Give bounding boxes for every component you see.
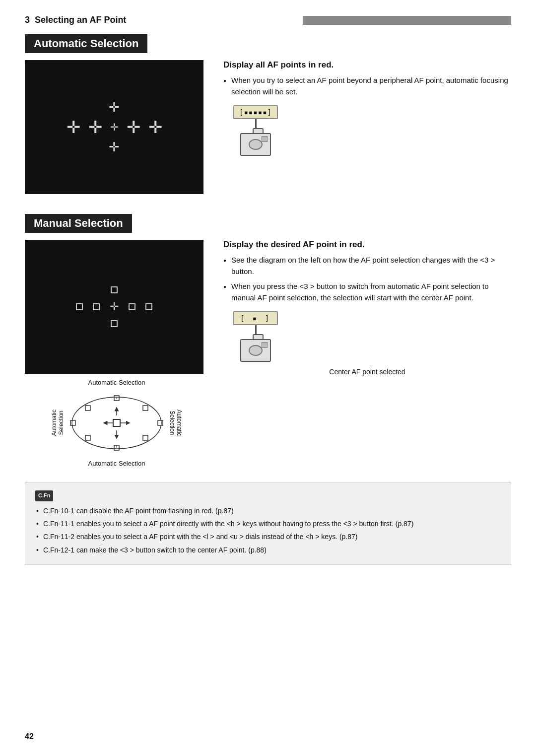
af-row-top: ✛: [109, 101, 120, 114]
automatic-display-title: Display all AF points in red.: [223, 60, 511, 70]
cfn-list: C.Fn-10-1 can disable the AF point from …: [35, 505, 501, 556]
camera-body-box-manual: [240, 339, 271, 362]
diagram-wrap: Automatic Selection AutomaticSelection: [25, 379, 208, 467]
manual-lcd-display-wrap: [ ▪ ]: [233, 311, 278, 362]
section-header: 3 Selecting an AF Point: [25, 15, 511, 25]
manual-bullet-list: See the diagram on the left on how the A…: [223, 255, 511, 303]
manual-lcd-group: [ ▪ ]: [233, 311, 511, 362]
center-af-label: Center AF point selected: [223, 368, 511, 376]
manual-lcd-display: [ ▪ ]: [233, 311, 278, 325]
camera-body-box: [240, 133, 271, 156]
camera-lens-manual: [249, 345, 263, 356]
page-number: 42: [25, 732, 34, 741]
diagram-top-label: Automatic Selection: [88, 379, 145, 386]
manual-af-center-left: [93, 303, 100, 310]
automatic-lcd-display: [▪▪▪▪▪]: [233, 105, 278, 119]
manual-af-center-right: [129, 303, 135, 310]
svg-rect-10: [85, 406, 90, 411]
camera-body-manual: [240, 334, 271, 362]
svg-rect-9: [158, 420, 163, 425]
manual-viewfinder: ✛: [25, 240, 203, 374]
page: 3 Selecting an AF Point Automatic Select…: [0, 0, 536, 585]
automatic-left-col: ✛ ✛ ✛ ✛ ✛ ✛ ✛: [25, 60, 208, 199]
diagram-right-label: AutomaticSelection: [169, 410, 183, 436]
diagram-left-label: AutomaticSelection: [51, 410, 65, 436]
af-mid-right: ✛: [148, 119, 162, 136]
automatic-viewfinder-inner: ✛ ✛ ✛ ✛ ✛ ✛ ✛: [26, 62, 202, 193]
automatic-lcd-group: [▪▪▪▪▪]: [233, 105, 511, 156]
cfn-item-2: C.Fn-11-1 enables you to select a AF poi…: [35, 518, 501, 529]
cfn-badge: C.Fn: [35, 490, 53, 501]
header-bar: [303, 16, 511, 25]
automatic-selection-block: Automatic Selection ✛ ✛ ✛: [25, 34, 511, 199]
manual-af-left: [76, 303, 83, 310]
automatic-selection-label: Automatic Selection: [25, 34, 147, 53]
svg-rect-1: [113, 419, 120, 426]
automatic-bullet-list: When you try to select an AF point beyon…: [223, 75, 511, 97]
automatic-bullet-1: When you try to select an AF point beyon…: [223, 75, 511, 97]
manual-bullet-1: See the diagram on the left on how the A…: [223, 255, 511, 277]
svg-rect-12: [85, 435, 90, 440]
svg-rect-8: [70, 420, 75, 425]
camera-screen-manual: [262, 342, 268, 348]
camera-lens: [249, 139, 263, 150]
manual-selection-label: Manual Selection: [25, 214, 132, 233]
af-row-bottom: ✛: [109, 140, 120, 153]
diagram-bottom-label: Automatic Selection: [88, 460, 145, 467]
svg-rect-11: [143, 406, 148, 411]
svg-point-0: [72, 397, 161, 449]
manual-selection-block: Manual Selection ✛: [25, 214, 511, 467]
svg-rect-13: [143, 435, 148, 440]
cfn-item-3: C.Fn-11-2 enables you to select a AF poi…: [35, 531, 501, 542]
manual-af-row-top: [111, 286, 118, 293]
af-top-center: ✛: [109, 101, 120, 114]
af-diagram-svg: [65, 388, 169, 458]
camera-prism-manual: [253, 334, 264, 339]
af-mid-left: ✛: [67, 119, 80, 136]
automatic-section-row: ✛ ✛ ✛ ✛ ✛ ✛ ✛: [25, 60, 511, 199]
camera-screen: [262, 136, 268, 142]
manual-af-top: [111, 286, 118, 293]
manual-display-title: Display the desired AF point in red.: [223, 240, 511, 250]
diagram-side-wrap: AutomaticSelection: [51, 388, 183, 458]
camera-body-auto: [240, 128, 271, 156]
manual-af-bottom: [111, 320, 118, 327]
manual-af-center: ✛: [110, 300, 119, 313]
manual-af-right: [145, 303, 152, 310]
manual-viewfinder-inner: ✛: [26, 241, 202, 372]
manual-af-row-mid: ✛: [76, 300, 152, 313]
af-manual-pattern: ✛: [76, 286, 152, 327]
manual-section-row: ✛ Automatic Selection: [25, 240, 511, 467]
af-mid-center: ✛: [110, 122, 119, 132]
af-auto-pattern: ✛ ✛ ✛ ✛ ✛ ✛ ✛: [67, 101, 162, 153]
af-mid-center-right: ✛: [127, 119, 140, 136]
cfn-section: C.Fn C.Fn-10-1 can disable the AF point …: [25, 482, 511, 565]
af-bottom-center: ✛: [109, 140, 120, 153]
automatic-lcd-display-wrap: [▪▪▪▪▪]: [233, 105, 278, 156]
lcd-cable-manual: [255, 325, 257, 334]
automatic-viewfinder: ✛ ✛ ✛ ✛ ✛ ✛ ✛: [25, 60, 203, 194]
cfn-item-1: C.Fn-10-1 can disable the AF point from …: [35, 505, 501, 516]
camera-prism: [253, 128, 264, 133]
cfn-item-4: C.Fn-12-1 can make the <3 > button switc…: [35, 545, 501, 555]
section-title: Selecting an AF Point: [35, 15, 298, 25]
manual-right-col: Display the desired AF point in red. See…: [223, 240, 511, 467]
section-number: 3: [25, 15, 30, 25]
manual-bullet-2: When you press the <3 > button to switch…: [223, 281, 511, 303]
manual-af-row-bottom: [111, 320, 118, 327]
lcd-cable-auto: [255, 119, 257, 128]
af-mid-center-left: ✛: [88, 119, 102, 136]
automatic-right-col: Display all AF points in red. When you t…: [223, 60, 511, 199]
af-row-mid: ✛ ✛ ✛ ✛ ✛: [67, 119, 162, 136]
manual-left-col: ✛ Automatic Selection: [25, 240, 208, 467]
